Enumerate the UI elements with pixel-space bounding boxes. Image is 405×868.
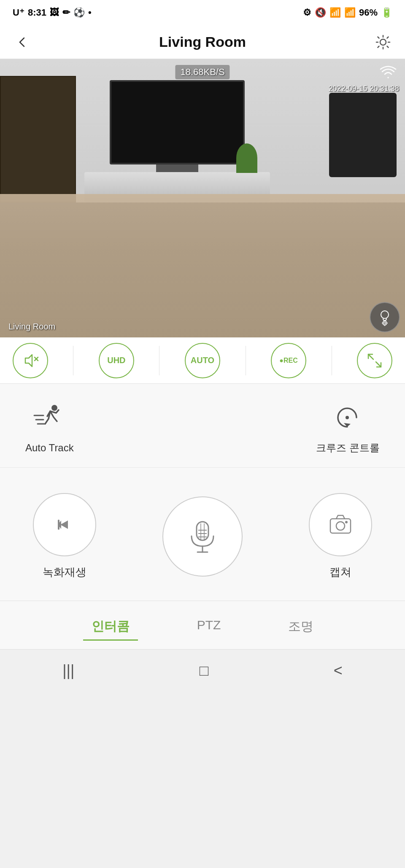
mute-icon: 🔇	[315, 7, 326, 18]
status-bar: U⁺ 8:31 🖼 ✏ ⚽ • ⚙ 🔇 📶 📶 96% 🔋	[0, 0, 405, 25]
svg-line-11	[376, 362, 381, 367]
wifi-icon: 📶	[329, 7, 341, 18]
battery-icon: 🔋	[381, 7, 392, 18]
rec-button[interactable]: ●REC	[271, 343, 306, 378]
tab-ptz[interactable]: PTZ	[189, 614, 230, 641]
nav-home-button[interactable]: □	[187, 658, 221, 684]
camera-view: 18.68KB/S 2022-09-15 20:31:38 Living Roo…	[0, 59, 405, 337]
cruise-control-feature[interactable]: 크루즈 콘트롤	[316, 401, 380, 455]
playback-circle-button[interactable]	[33, 493, 96, 556]
capture-circle-button[interactable]	[309, 493, 372, 556]
svg-rect-17	[197, 522, 208, 540]
photo-icon: 🖼	[50, 7, 59, 18]
uhd-label: UHD	[107, 356, 125, 365]
divider-2	[159, 346, 159, 375]
expand-button[interactable]	[357, 343, 392, 378]
microphone-circle-button[interactable]	[162, 496, 243, 577]
svg-line-10	[368, 354, 373, 359]
auto-track-feature[interactable]: Auto Track	[25, 402, 74, 454]
back-button[interactable]	[13, 33, 31, 51]
cruise-control-icon	[331, 401, 365, 434]
playback-label: 녹화재생	[43, 565, 86, 580]
tv-screen	[110, 80, 245, 164]
camera-room-label: Living Room	[8, 322, 55, 332]
header: Living Room	[0, 25, 405, 59]
light-settings-button[interactable]	[370, 302, 400, 332]
mute-button[interactable]	[13, 343, 48, 378]
tab-intercom[interactable]: 인터콤	[83, 614, 138, 641]
status-left: U⁺ 8:31 🖼 ✏ ⚽ •	[13, 7, 92, 18]
auto-track-icon	[32, 402, 66, 435]
microphone-button-group[interactable]	[162, 496, 243, 577]
auto-track-label: Auto Track	[25, 442, 74, 454]
divider-4	[332, 346, 332, 375]
nav-bar: ||| □ <	[0, 649, 405, 691]
svg-point-0	[380, 39, 386, 45]
shelf-left	[0, 76, 76, 202]
nav-menu-button[interactable]: |||	[50, 658, 87, 684]
signal-icon: 📶	[344, 7, 356, 18]
tab-lighting[interactable]: 조명	[280, 614, 322, 641]
svg-point-3	[384, 322, 386, 324]
auto-button[interactable]: AUTO	[185, 343, 220, 378]
status-right: ⚙ 🔇 📶 📶 96% 🔋	[303, 7, 392, 18]
control-bar: UHD AUTO ●REC	[0, 337, 405, 384]
page-title: Living Room	[159, 34, 246, 50]
svg-point-12	[51, 405, 57, 411]
bluetooth-icon: ⚙	[303, 7, 311, 18]
divider-1	[73, 346, 73, 375]
plant-decor	[236, 143, 257, 173]
cruise-control-label: 크루즈 콘트롤	[316, 441, 380, 455]
main-controls: 녹화재생	[0, 468, 405, 601]
chair	[329, 93, 397, 177]
rec-label: ●REC	[279, 357, 297, 364]
uhd-button[interactable]: UHD	[99, 343, 134, 378]
bandwidth-display: 18.68KB/S	[175, 65, 230, 79]
divider-3	[246, 346, 246, 375]
camera-timestamp: 2022-09-15 20:31:38	[329, 84, 399, 93]
capture-button-group[interactable]: 캡쳐	[309, 493, 372, 580]
svg-point-2	[383, 321, 387, 325]
svg-point-27	[345, 521, 348, 523]
edit-icon: ✏	[62, 7, 70, 18]
playback-button-group[interactable]: 녹화재생	[33, 493, 96, 580]
svg-point-1	[381, 311, 389, 318]
svg-rect-25	[330, 519, 351, 533]
wifi-signal-icon	[380, 65, 397, 79]
svg-point-26	[336, 522, 345, 530]
settings-button[interactable]	[374, 33, 392, 51]
dot-icon: •	[88, 7, 92, 18]
battery-label: 96%	[359, 7, 378, 18]
features-section: Auto Track 크루즈 콘트롤	[0, 384, 405, 468]
capture-label: 캡쳐	[329, 565, 351, 580]
ball-icon: ⚽	[73, 7, 85, 18]
nav-back-button[interactable]: <	[321, 658, 355, 684]
time-label: 8:31	[28, 7, 46, 18]
table-surface	[0, 194, 405, 337]
svg-point-16	[346, 416, 349, 419]
carrier-label: U⁺	[13, 7, 24, 18]
bottom-tabs: 인터콤 PTZ 조명	[0, 601, 405, 649]
auto-label: AUTO	[191, 356, 214, 365]
